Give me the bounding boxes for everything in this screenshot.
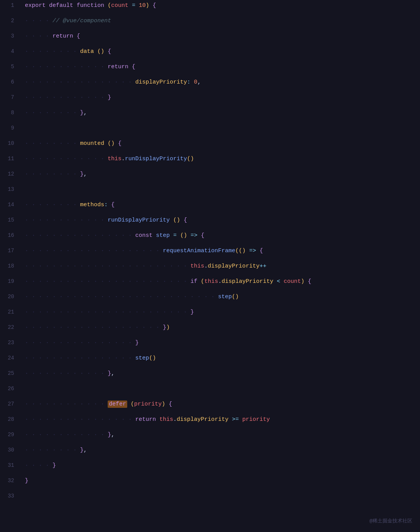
token: => <box>190 232 197 239</box>
code-line: 26 <box>0 383 420 399</box>
line-content: · · · · return { <box>21 31 420 43</box>
indent-dots: · · · · <box>25 33 52 39</box>
token <box>108 202 111 208</box>
token: () <box>239 248 246 254</box>
token <box>177 232 180 239</box>
token: { <box>111 202 115 208</box>
line-content: · · · · · · · · · · · · · · · · · · · · … <box>21 291 420 303</box>
token: ( <box>235 248 239 254</box>
token: } <box>135 340 139 346</box>
token: 10 <box>139 2 146 9</box>
line-content: · · · · · · · · · · · · · · · · const st… <box>21 230 420 242</box>
token: { <box>118 140 121 147</box>
code-line: 21· · · · · · · · · · · · · · · · · · · … <box>0 307 420 322</box>
indent-dots: · · · · · · · · · · · · · · · · · · · · … <box>25 309 190 315</box>
indent-dots: · · · · · · · · <box>25 171 80 177</box>
token: , <box>111 370 115 377</box>
code-line: 23· · · · · · · · · · · · · · · · } <box>0 337 420 353</box>
code-line: 3· · · · return { <box>0 31 420 46</box>
line-content: · · · · · · · · · · · · · · · · · · · · … <box>21 322 420 334</box>
code-line: 17· · · · · · · · · · · · · · · · · · · … <box>0 245 420 261</box>
line-content: · · · · · · · · · · · · · · · · step() <box>21 353 420 365</box>
token: 0 <box>194 79 197 85</box>
line-content: · · · · · · · · methods: { <box>21 199 420 211</box>
token: = <box>132 2 135 9</box>
token: } <box>25 478 28 484</box>
indent-dots: · · · · · · · · · · · · <box>25 432 108 438</box>
code-line: 1export default function (count = 10) { <box>0 0 420 15</box>
line-number: 17 <box>0 245 21 255</box>
line-number: 2 <box>0 15 21 25</box>
code-line: 33 <box>0 491 420 506</box>
token <box>180 217 184 223</box>
line-content: · · · · · · · · · · · · runDisplayPriori… <box>21 215 420 227</box>
line-content: · · · · // @vue/component <box>21 15 420 27</box>
token: step <box>156 232 170 239</box>
line-number: 25 <box>0 368 21 378</box>
token: displayPriority <box>177 416 228 423</box>
indent-dots: · · · · · · · · · · · · <box>25 370 108 377</box>
code-line: 9 <box>0 123 420 138</box>
token: } <box>108 94 111 101</box>
token: } <box>108 370 111 377</box>
code-line: 19· · · · · · · · · · · · · · · · · · · … <box>0 276 420 291</box>
indent-dots: · · · · · · · · · · · · · · · · <box>25 340 135 346</box>
line-content: · · · · · · · · }, <box>21 445 420 456</box>
code-line: 14· · · · · · · · methods: { <box>0 199 420 215</box>
line-number: 33 <box>0 491 21 501</box>
token: , <box>111 432 115 438</box>
line-number: 28 <box>0 414 21 424</box>
token: () <box>180 232 187 239</box>
token: = <box>173 232 177 239</box>
line-content <box>21 495 420 498</box>
indent-dots: · · · · · · · · · · · · <box>25 156 108 162</box>
line-content: · · · · · · · · · · · · · · · · · · · · … <box>21 276 420 288</box>
code-editor: 1export default function (count = 10) {2… <box>0 0 420 532</box>
indent-dots: · · · · · · · · · · · · · · · · <box>25 79 135 85</box>
token: methods <box>80 202 104 208</box>
token: defer <box>108 401 127 408</box>
line-number: 18 <box>0 261 21 271</box>
token: { <box>308 278 311 285</box>
line-number: 12 <box>0 169 21 179</box>
token: priority <box>242 416 270 423</box>
line-content: · · · · · · · · · · · · · · · · displayP… <box>21 77 420 89</box>
code-line: 18· · · · · · · · · · · · · · · · · · · … <box>0 261 420 276</box>
token <box>149 2 153 9</box>
token: } <box>80 447 84 453</box>
indent-dots: · · · · · · · · <box>25 447 80 453</box>
indent-dots: · · · · · · · · · · · · <box>25 94 108 101</box>
token <box>104 2 108 9</box>
token <box>239 416 242 423</box>
token <box>73 2 77 9</box>
token: ( <box>108 2 111 9</box>
token: { <box>108 48 111 55</box>
token: ( <box>201 278 204 285</box>
line-content: · · · · · · · · · · · · · · · · · · · · … <box>21 245 420 257</box>
line-number: 24 <box>0 353 21 363</box>
line-content: · · · · · · · · · · · · defer (priority)… <box>21 399 420 410</box>
code-line: 24· · · · · · · · · · · · · · · · step() <box>0 353 420 368</box>
line-number: 3 <box>0 31 21 41</box>
line-number: 4 <box>0 46 21 56</box>
code-line: 10· · · · · · · · mounted () { <box>0 138 420 153</box>
token: mounted <box>80 140 104 147</box>
token: () <box>187 156 194 162</box>
token: . <box>204 263 208 269</box>
token: } <box>190 309 194 315</box>
token: default <box>49 2 73 9</box>
token: step <box>218 294 232 300</box>
line-number: 5 <box>0 61 21 71</box>
token: : <box>104 202 108 208</box>
indent-dots: · · · · · · · · · · · · · · · · · · · · … <box>25 294 218 300</box>
indent-dots: · · · · · · · · · · · · · · · · · · · · <box>25 248 163 254</box>
code-line: 15· · · · · · · · · · · · runDisplayPrio… <box>0 215 420 230</box>
code-line: 2· · · · // @vue/component <box>0 15 420 31</box>
line-content: · · · · · · · · · · · · return { <box>21 61 420 73</box>
line-number: 31 <box>0 460 21 470</box>
line-content: · · · · } <box>21 460 420 472</box>
line-content: · · · · · · · · mounted () { <box>21 138 420 150</box>
token: if <box>190 278 197 285</box>
token <box>128 2 132 9</box>
token: { <box>77 33 80 39</box>
